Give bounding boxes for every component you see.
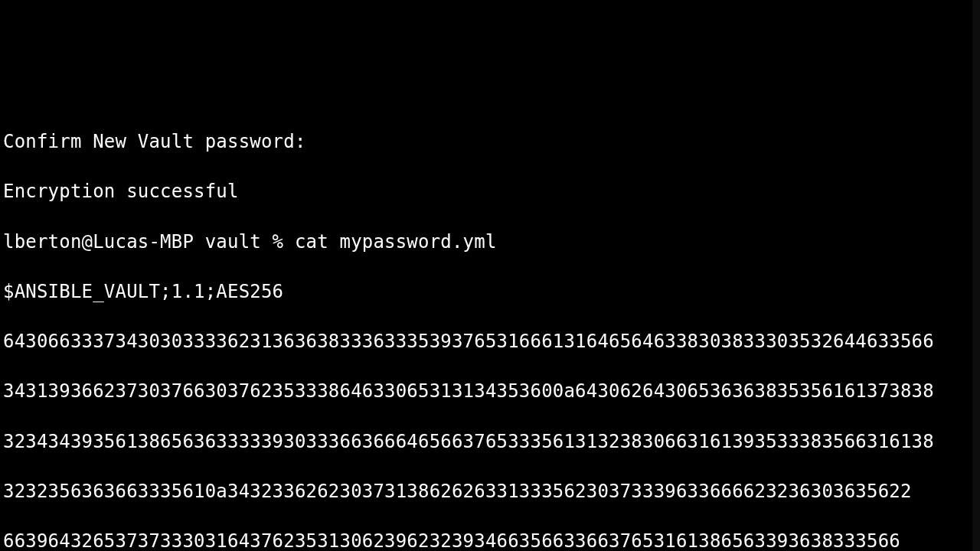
terminal-line: 3431393662373037663037623533386463306531…: [3, 379, 977, 404]
scrollbar[interactable]: [972, 0, 980, 551]
terminal-line: $ANSIBLE_VAULT;1.1;AES256: [3, 279, 977, 305]
terminal-line: 6639643265373733303164376235313062396232…: [3, 529, 977, 551]
terminal-line: 3234343935613865636333339303336636664656…: [3, 429, 977, 455]
terminal-line: 3232356363663335610a34323362623037313862…: [3, 479, 977, 504]
terminal-line: lberton@Lucas-MBP vault % cat mypassword…: [3, 230, 977, 255]
terminal-output[interactable]: Confirm New Vault password: Encryption s…: [3, 105, 977, 552]
terminal-line: Encryption successful: [3, 179, 977, 204]
terminal-line: 6430663337343030333362313636383336333539…: [3, 329, 977, 354]
terminal-line: Confirm New Vault password:: [3, 129, 977, 155]
